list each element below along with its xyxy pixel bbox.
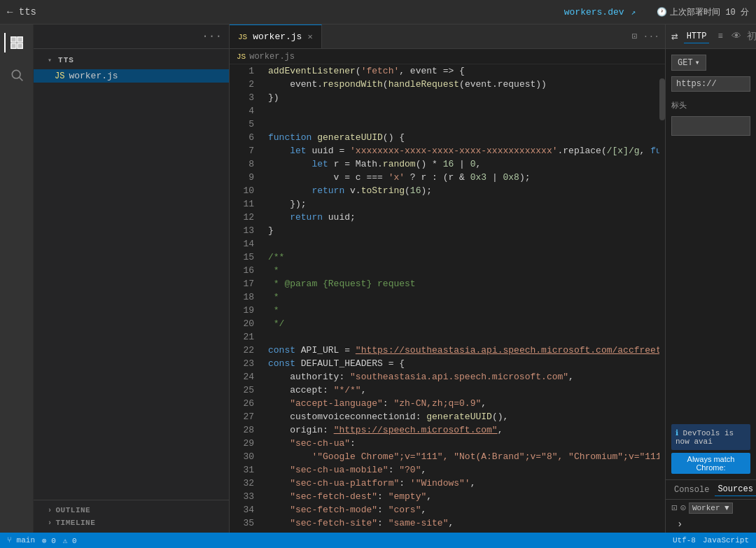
line-num-5: 5 <box>240 118 254 131</box>
line-num-23: 23 <box>240 357 254 370</box>
worker-select[interactable]: Worker ▼ <box>689 503 733 514</box>
line-num-21: 21 <box>240 330 254 344</box>
timeline-label: TIMELINE <box>56 519 96 527</box>
url-input[interactable]: https:// <box>671 76 750 92</box>
worker-select-label: Worker ▼ <box>692 504 729 512</box>
line-num-20: 20 <box>240 317 254 330</box>
panel-more-icon[interactable]: 初 <box>747 30 756 43</box>
code-line: "sec-ch-ua-platform": '"Windows"', <box>268 477 652 490</box>
chevron-down-icon: ▾ <box>48 56 52 64</box>
clock-icon: 🕐 <box>657 7 667 17</box>
method-button[interactable]: GET ▾ <box>671 55 706 71</box>
line-num-8: 8 <box>240 157 254 171</box>
outline-section[interactable]: › OUTLINE <box>34 504 229 517</box>
sidebar-more-button[interactable]: ··· <box>202 30 222 43</box>
code-line: authority: "southeastasia.api.speech.mic… <box>268 370 652 384</box>
code-content[interactable]: addEventListener('fetch', event => { eve… <box>261 64 659 533</box>
line-num-27: 27 <box>240 410 254 423</box>
chevron-right-icon-2: › <box>48 519 52 527</box>
search-icon[interactable] <box>4 62 29 87</box>
code-line: const API_URL = "https://southeastasia.a… <box>268 344 652 357</box>
devtools-icon2[interactable]: ⊙ <box>680 502 685 514</box>
code-line: customvoiceconnectionid: generateUUID(), <box>268 410 652 423</box>
timeline-section[interactable]: › TIMELINE <box>34 517 229 529</box>
warning-count[interactable]: ⚠ 0 <box>63 536 77 545</box>
view-tab[interactable]: ≡ <box>715 30 725 43</box>
external-link-icon: ↗ <box>631 8 636 17</box>
info-icon: ℹ <box>676 429 678 437</box>
code-line: origin: "https://speech.microsoft.com", <box>268 423 652 437</box>
method-label: GET <box>678 58 693 68</box>
breadcrumb: JS worker.js <box>230 49 665 64</box>
sources-tab[interactable]: Sources <box>715 483 755 496</box>
explorer-icon[interactable] <box>4 30 29 55</box>
eye-icon[interactable]: 👁 <box>732 31 741 42</box>
scrollbar-thumb[interactable] <box>659 78 665 120</box>
main-layout: ··· ▾ TTS JS worker.js › OUTLINE <box>0 24 756 533</box>
method-row: GET ▾ <box>671 55 750 71</box>
editor-tabs: JS worker.js ✕ ⊡ ··· <box>230 24 665 49</box>
sidebar-header: ··· <box>34 24 229 49</box>
header-input[interactable] <box>671 116 750 136</box>
line-num-18: 18 <box>240 290 254 304</box>
scrollbar[interactable] <box>659 64 665 533</box>
line-num-30: 30 <box>240 450 254 463</box>
code-line: return uuid; <box>268 211 652 224</box>
code-line: event.respondWith(handleRequest(event.re… <box>268 78 652 91</box>
line-numbers: 1234567891011121314151617181920212223242… <box>230 64 261 533</box>
code-line: addEventListener('fetch', event => { <box>268 64 652 78</box>
line-num-22: 22 <box>240 344 254 357</box>
line-num-34: 34 <box>240 503 254 517</box>
tab-worker-js[interactable]: JS worker.js ✕ <box>230 24 322 48</box>
file-list: JS worker.js <box>34 68 229 84</box>
workers-dev-link[interactable]: workers.dev <box>564 7 624 17</box>
line-num-24: 24 <box>240 370 254 384</box>
language-label[interactable]: JavaScript <box>703 536 749 545</box>
line-num-29: 29 <box>240 437 254 450</box>
code-line: * @param {Request} request <box>268 277 652 290</box>
git-branch[interactable]: ⑂ main <box>7 536 35 545</box>
split-editor-icon[interactable]: ⊡ <box>632 31 638 42</box>
line-num-14: 14 <box>240 237 254 251</box>
header-section-label: 标头 <box>666 97 756 113</box>
outline-label: OUTLINE <box>56 506 91 514</box>
http-tab[interactable]: HTTP <box>684 30 710 43</box>
devtools-message: DevTools is now avai <box>676 429 734 446</box>
expand-arrow[interactable]: › <box>677 519 682 530</box>
code-line <box>268 104 652 118</box>
devtools-bottom-tabs: Console Sources <box>666 479 756 499</box>
code-line: "sec-fetch-dest": "empty", <box>268 490 652 503</box>
line-num-13: 13 <box>240 224 254 237</box>
tts-folder-header[interactable]: ▾ TTS <box>34 52 229 68</box>
tab-close-button[interactable]: ✕ <box>307 31 312 42</box>
code-line: function generateUUID() { <box>268 131 652 144</box>
code-line: }); <box>268 197 652 211</box>
line-num-26: 26 <box>240 397 254 410</box>
line-num-4: 4 <box>240 104 254 118</box>
code-line: } <box>268 224 652 237</box>
line-num-17: 17 <box>240 277 254 290</box>
more-actions-icon[interactable]: ··· <box>643 31 659 42</box>
code-editor[interactable]: 1234567891011121314151617181920212223242… <box>230 64 665 533</box>
devtools-icon1[interactable]: ⊡ <box>671 502 677 514</box>
always-match-button[interactable]: Always match Chrome: <box>671 453 750 474</box>
back-button[interactable]: ← tts <box>7 6 36 17</box>
breadcrumb-file: worker.js <box>249 52 295 62</box>
tab-label-worker-js: worker.js <box>253 31 302 42</box>
right-panel-header: ⇄ HTTP ≡ 👁 初 <box>666 24 756 49</box>
error-count[interactable]: ⊗ 0 <box>42 536 56 545</box>
sync-icon[interactable]: ⇄ <box>671 29 678 43</box>
bottom-bar: ⑂ main ⊗ 0 ⚠ 0 Utf-8 JavaScript <box>0 533 756 548</box>
chevron-right-icon: › <box>48 507 52 514</box>
line-num-6: 6 <box>240 131 254 144</box>
devtools-toolbar: ⊡ ⊙ Worker ▼ <box>666 499 756 516</box>
line-num-28: 28 <box>240 423 254 437</box>
console-tab[interactable]: Console <box>671 484 712 496</box>
code-line: * <box>268 290 652 304</box>
code-line: * <box>268 304 652 317</box>
line-num-2: 2 <box>240 78 254 91</box>
deploy-time-label: 上次部署时间 10 分 <box>670 6 749 18</box>
top-bar-right: workers.dev ↗ 🕐 上次部署时间 10 分 <box>564 6 749 18</box>
file-item-worker-js[interactable]: JS worker.js <box>34 69 229 83</box>
code-line: "sec-ch-ua": <box>268 437 652 450</box>
